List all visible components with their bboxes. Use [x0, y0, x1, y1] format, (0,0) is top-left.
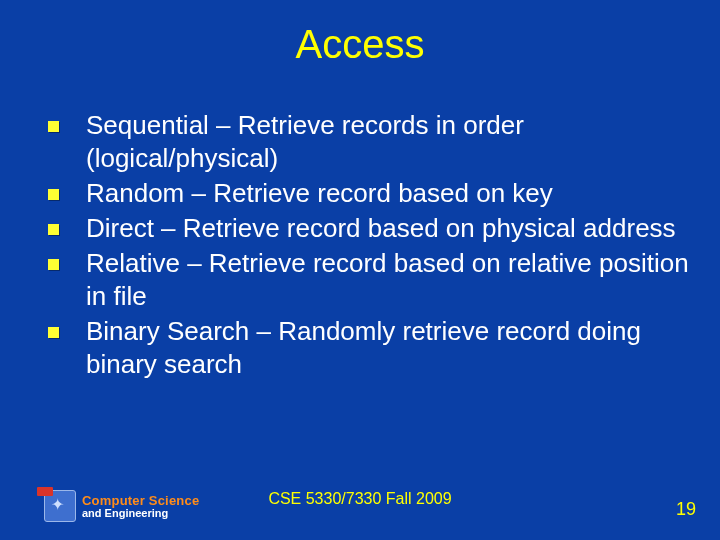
slide-footer: Computer Science and Engineering CSE 533… [0, 480, 720, 520]
bullet-list: Sequential – Retrieve records in order (… [42, 109, 690, 381]
list-item: Relative – Retrieve record based on rela… [42, 247, 690, 313]
page-number: 19 [676, 499, 696, 520]
list-item: Binary Search – Randomly retrieve record… [42, 315, 690, 381]
list-item: Direct – Retrieve record based on physic… [42, 212, 690, 245]
logo-line2: and Engineering [82, 508, 199, 519]
list-item: Random – Retrieve record based on key [42, 177, 690, 210]
footer-course: CSE 5330/7330 Fall 2009 [0, 490, 720, 508]
slide-body: Sequential – Retrieve records in order (… [0, 67, 720, 381]
slide-title: Access [0, 0, 720, 67]
list-item: Sequential – Retrieve records in order (… [42, 109, 690, 175]
slide: Access Sequential – Retrieve records in … [0, 0, 720, 540]
